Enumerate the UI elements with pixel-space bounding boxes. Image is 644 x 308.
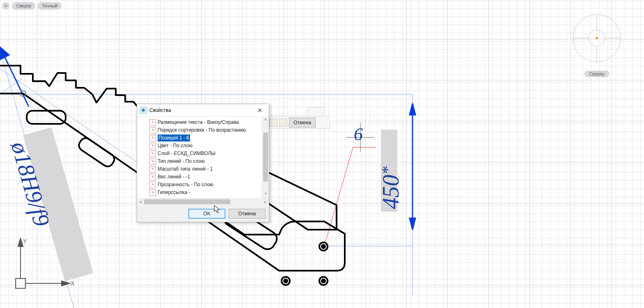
- property-label: Порядок сортировки - По возрастанию: [158, 127, 246, 134]
- scroll-right-icon[interactable]: ▸: [262, 198, 269, 205]
- ribbon-cancel-button[interactable]: Отмена: [289, 118, 316, 128]
- ribbon-icon-2[interactable]: [279, 119, 287, 127]
- svg-marker-10: [0, 47, 9, 59]
- property-edit-icon: ✎: [149, 174, 156, 180]
- view-pill-add[interactable]: +: [2, 2, 9, 9]
- svg-text:X: X: [71, 280, 75, 287]
- property-edit-icon: ✎: [149, 127, 156, 134]
- drawing-canvas[interactable]: 450* ø18H9/f9 6 Y X: [0, 0, 644, 308]
- property-label: Цвет - По слою: [158, 142, 193, 149]
- svg-marker-27: [18, 238, 23, 246]
- scroll-down-icon[interactable]: ▾: [262, 192, 269, 198]
- nav-cube[interactable]: Сверху: [562, 7, 632, 77]
- vertical-scrollbar[interactable]: ▴ ▾: [262, 117, 269, 198]
- view-pill-exact[interactable]: Точный: [38, 2, 62, 9]
- property-edit-icon: ✎: [149, 166, 156, 173]
- svg-point-19: [284, 279, 287, 283]
- navcube-label[interactable]: Сверху: [584, 71, 610, 77]
- property-edit-icon: ✎: [149, 119, 156, 126]
- dimension-text-450: 450*: [378, 167, 404, 209]
- property-label: Гиперссылка -: [158, 189, 190, 196]
- property-row[interactable]: ✎Слой - ЕСКД_СИМВОЛЫ: [137, 150, 262, 157]
- background-ribbon: Отмена: [267, 116, 330, 129]
- property-label: Прозрачность - По слою: [158, 181, 213, 188]
- close-icon[interactable]: ✕: [254, 107, 266, 114]
- svg-marker-29: [62, 281, 70, 286]
- property-row[interactable]: ✎Порядок сортировки - По возрастанию: [137, 126, 262, 134]
- svg-text:Y: Y: [23, 238, 27, 244]
- property-row[interactable]: ✎Тип линий - По слою: [137, 157, 262, 165]
- svg-point-38: [596, 37, 598, 39]
- properties-tree[interactable]: ✎Размещение текста - Внизу/Справа✎Порядо…: [137, 117, 262, 198]
- svg-rect-15: [27, 111, 66, 124]
- svg-rect-16: [77, 136, 117, 169]
- scroll-up-icon[interactable]: ▴: [262, 117, 269, 123]
- property-label: Масштаб типа линий - 1: [158, 166, 213, 173]
- property-edit-icon: ✎: [149, 143, 156, 149]
- gear-icon: ✱: [140, 107, 147, 114]
- svg-rect-25: [16, 278, 25, 288]
- property-label: Вес линий - -1: [158, 173, 190, 180]
- property-label: Слой - ЕСКД_СИМВОЛЫ: [158, 150, 215, 157]
- property-label: Размещение текста - Внизу/Справа: [158, 119, 239, 126]
- scroll-left-icon[interactable]: ◂: [137, 198, 144, 205]
- properties-dialog: ✱ Свойства ✕ ✎Размещение текста - Внизу/…: [137, 104, 269, 222]
- drawing-svg: [0, 0, 644, 308]
- dialog-titlebar[interactable]: ✱ Свойства ✕: [137, 104, 269, 117]
- property-edit-icon: ✎: [149, 182, 156, 188]
- dialog-title: Свойства: [149, 107, 171, 113]
- scroll-thumb[interactable]: [263, 132, 268, 182]
- property-label: Тип линий - По слою: [158, 158, 205, 165]
- ucs-icon: Y X: [13, 226, 79, 292]
- svg-marker-8: [410, 218, 415, 230]
- property-row[interactable]: ✎Прозрачность - По слою: [137, 181, 262, 189]
- property-row[interactable]: ✎Гиперссылка -: [137, 189, 262, 196]
- property-label: Позиция 1 - 6: [158, 135, 190, 141]
- svg-line-11: [324, 147, 353, 246]
- property-row[interactable]: ✎Цвет - По слою: [137, 142, 262, 150]
- property-row[interactable]: ✎Позиция 1 - 6: [137, 134, 262, 142]
- property-edit-icon: ✎: [149, 135, 156, 141]
- svg-marker-7: [410, 103, 415, 115]
- property-edit-icon: ✎: [149, 158, 156, 165]
- property-row[interactable]: ✎Масштаб типа линий - 1: [137, 165, 262, 173]
- property-edit-icon: ✎: [149, 189, 156, 196]
- hscroll-thumb[interactable]: [144, 199, 230, 204]
- leader-text-6: 6: [354, 124, 363, 145]
- svg-point-23: [322, 245, 325, 248]
- cancel-button[interactable]: Отмена: [229, 209, 266, 219]
- svg-point-21: [322, 279, 325, 283]
- horizontal-scrollbar[interactable]: ◂ ▸: [137, 198, 269, 205]
- property-edit-icon: ✎: [149, 151, 156, 157]
- ok-button[interactable]: OK: [188, 209, 225, 219]
- ribbon-icon-1[interactable]: [269, 119, 277, 127]
- view-pill-top[interactable]: Сверху: [12, 2, 35, 9]
- background-ribbon-tab: [307, 107, 325, 116]
- property-row[interactable]: ✎Вес линий - -1: [137, 173, 262, 181]
- property-row[interactable]: ✎Размещение текста - Внизу/Справа: [137, 119, 262, 126]
